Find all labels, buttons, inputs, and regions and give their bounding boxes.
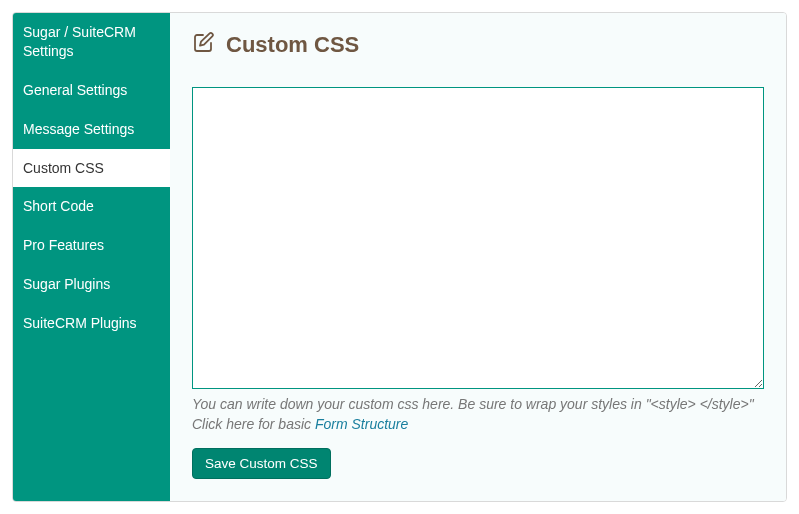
edit-icon <box>192 31 216 59</box>
settings-panel: Sugar / SuiteCRM Settings General Settin… <box>12 12 787 502</box>
sidebar-item-suitecrm-plugins[interactable]: SuiteCRM Plugins <box>13 304 170 343</box>
settings-sidebar: Sugar / SuiteCRM Settings General Settin… <box>13 13 170 501</box>
help-text: You can write down your custom css here.… <box>192 395 764 434</box>
sidebar-item-sugar-suitecrm-settings[interactable]: Sugar / SuiteCRM Settings <box>13 13 170 71</box>
help-text-prefix: You can write down your custom css here.… <box>192 396 754 432</box>
form-structure-link[interactable]: Form Structure <box>315 416 408 432</box>
sidebar-item-label: Short Code <box>23 198 94 214</box>
sidebar-item-label: Sugar Plugins <box>23 276 110 292</box>
sidebar-item-label: Custom CSS <box>23 160 104 176</box>
sidebar-item-label: General Settings <box>23 82 127 98</box>
sidebar-item-message-settings[interactable]: Message Settings <box>13 110 170 149</box>
sidebar-item-label: Message Settings <box>23 121 134 137</box>
page-title: Custom CSS <box>226 32 359 58</box>
custom-css-textarea[interactable] <box>192 87 764 389</box>
sidebar-item-label: SuiteCRM Plugins <box>23 315 137 331</box>
save-row: Save Custom CSS <box>192 448 764 479</box>
sidebar-item-short-code[interactable]: Short Code <box>13 187 170 226</box>
sidebar-item-label: Pro Features <box>23 237 104 253</box>
save-custom-css-button[interactable]: Save Custom CSS <box>192 448 331 479</box>
sidebar-item-pro-features[interactable]: Pro Features <box>13 226 170 265</box>
page-header: Custom CSS <box>192 31 764 59</box>
sidebar-item-sugar-plugins[interactable]: Sugar Plugins <box>13 265 170 304</box>
sidebar-item-general-settings[interactable]: General Settings <box>13 71 170 110</box>
content-area: Custom CSS You can write down your custo… <box>170 13 786 501</box>
sidebar-item-label: Sugar / SuiteCRM Settings <box>23 24 136 59</box>
sidebar-item-custom-css[interactable]: Custom CSS <box>13 149 170 188</box>
